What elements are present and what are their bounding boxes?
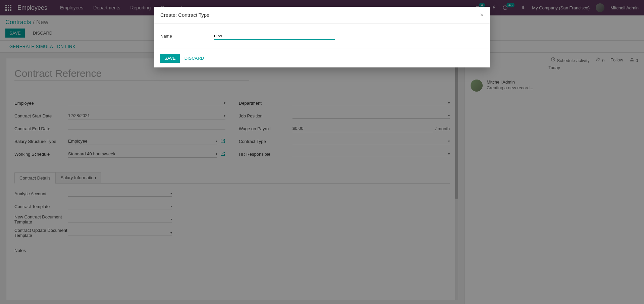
- label-name: Name: [160, 34, 214, 39]
- modal-footer: SAVE DISCARD: [154, 49, 490, 67]
- modal-title: Create: Contract Type: [160, 12, 209, 18]
- modal-body: Name: [154, 23, 490, 49]
- create-contract-type-modal: Create: Contract Type × Name SAVE DISCAR…: [154, 7, 490, 67]
- modal-close-button[interactable]: ×: [480, 11, 484, 18]
- modal-discard-button[interactable]: DISCARD: [184, 54, 204, 63]
- modal-header: Create: Contract Type ×: [154, 7, 490, 23]
- input-name[interactable]: [214, 32, 335, 40]
- modal-save-button[interactable]: SAVE: [160, 54, 180, 63]
